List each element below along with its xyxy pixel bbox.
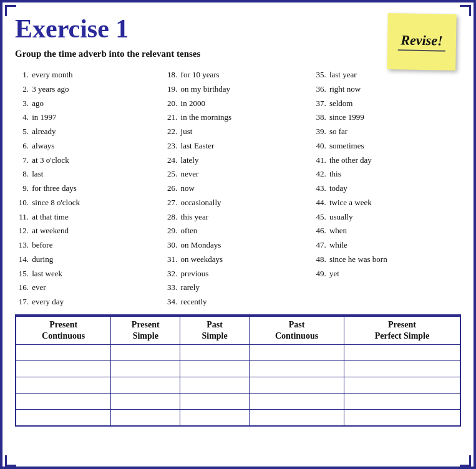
item-text: previous — [178, 267, 208, 281]
item-number: 6. — [15, 139, 29, 153]
item-text: last year — [328, 68, 357, 82]
item-number: 44. — [313, 196, 326, 210]
table-cell[interactable] — [250, 361, 344, 377]
item-text: twice a week — [328, 196, 372, 210]
item-number: 39. — [313, 125, 326, 139]
list-item: 49. yet — [313, 267, 461, 281]
table-cell[interactable] — [16, 345, 111, 361]
list-item: 27. occasionally — [163, 196, 312, 210]
table-cell[interactable] — [111, 410, 180, 426]
corner-br — [460, 455, 471, 467]
item-number: 10. — [15, 196, 29, 210]
table-cell[interactable] — [250, 377, 344, 394]
table-cell[interactable] — [180, 410, 250, 426]
table-cell[interactable] — [250, 345, 344, 361]
item-number: 45. — [313, 210, 326, 225]
table-cell[interactable] — [16, 410, 111, 426]
list-item: 14. during — [15, 253, 163, 267]
list-item: 33. rarely — [163, 281, 312, 295]
table-cell[interactable] — [344, 361, 460, 377]
item-text: this — [328, 167, 341, 181]
list-item: 39. so far — [313, 125, 461, 139]
list-item: 18. for 10 years — [163, 68, 312, 82]
item-text: just — [178, 125, 192, 139]
item-number: 3. — [15, 97, 29, 111]
item-number: 15. — [15, 267, 29, 281]
item-text: in the mornings — [178, 110, 231, 125]
item-number: 41. — [313, 153, 326, 168]
corner-tl — [5, 5, 16, 16]
item-number: 47. — [313, 238, 326, 253]
item-text: recently — [178, 295, 206, 309]
table-cell[interactable] — [180, 394, 250, 410]
list-item: 11. at that time — [15, 210, 163, 225]
page: Revise! Exercise 1 Group the time adverb… — [0, 0, 476, 469]
sticky-note: Revise! — [387, 13, 457, 70]
list-item: 24. lately — [163, 153, 312, 168]
item-number: 26. — [163, 181, 177, 196]
list-item: 6. always — [15, 139, 163, 153]
item-text: so far — [328, 125, 348, 139]
table-cell[interactable] — [250, 394, 344, 410]
item-text: last Easter — [178, 139, 214, 153]
list-item: 13. before — [15, 238, 163, 253]
item-text: often — [178, 224, 197, 238]
item-number: 46. — [313, 224, 326, 238]
item-number: 22. — [163, 125, 177, 139]
list-item: 22. just — [163, 125, 312, 139]
item-number: 38. — [313, 110, 326, 125]
table-wrapper: PresentContinuousPresentSimplePastSimple… — [15, 314, 461, 427]
table-cell[interactable] — [180, 361, 250, 377]
item-number: 13. — [15, 238, 29, 253]
item-number: 20. — [163, 97, 177, 111]
item-text: for 10 years — [178, 68, 219, 82]
corner-bl — [5, 455, 16, 467]
table-cell[interactable] — [250, 410, 344, 426]
item-number: 28. — [163, 210, 177, 225]
list-item: 12. at weekend — [15, 224, 163, 238]
list-item: 37. seldom — [313, 97, 461, 111]
table-cell[interactable] — [344, 345, 460, 361]
table-cell[interactable] — [16, 377, 111, 394]
item-number: 29. — [163, 224, 177, 238]
item-number: 25. — [163, 167, 177, 181]
list-item: 3. ago — [15, 97, 163, 111]
table-cell[interactable] — [111, 394, 180, 410]
list-item: 44. twice a week — [313, 196, 461, 210]
list-item: 38. since 1999 — [313, 110, 461, 125]
item-text: at 3 o'clock — [30, 153, 69, 168]
item-text: right now — [328, 82, 361, 97]
list-item: 30. on Mondays — [163, 238, 312, 253]
table-cell[interactable] — [111, 377, 180, 394]
item-text: since he was born — [328, 253, 387, 267]
table-cell[interactable] — [344, 410, 460, 426]
item-number: 30. — [163, 238, 177, 253]
item-number: 42. — [313, 167, 326, 181]
item-number: 18. — [163, 68, 177, 82]
table-cell[interactable] — [180, 345, 250, 361]
list-item: 29. often — [163, 224, 312, 238]
table-cell[interactable] — [111, 345, 180, 361]
item-number: 12. — [15, 224, 29, 238]
table-cell[interactable] — [344, 377, 460, 394]
item-text: usually — [328, 210, 353, 225]
list-col-2: 18. for 10 years19. on my birthday20. in… — [163, 68, 312, 309]
list-item: 42. this — [313, 167, 461, 181]
item-text: during — [30, 253, 53, 267]
item-number: 31. — [163, 253, 177, 267]
sticky-text: Revise! — [401, 32, 443, 49]
item-text: lately — [178, 153, 198, 168]
item-text: sometimes — [328, 139, 364, 153]
item-number: 27. — [163, 196, 177, 210]
item-number: 1. — [15, 68, 29, 82]
table-cell[interactable] — [180, 377, 250, 394]
list-item: 10. since 8 o'clock — [15, 196, 163, 210]
item-number: 11. — [15, 210, 29, 225]
table-cell[interactable] — [111, 361, 180, 377]
list-item: 23. last Easter — [163, 139, 312, 153]
list-item: 32. previous — [163, 267, 312, 281]
table-cell[interactable] — [344, 394, 460, 410]
table-cell[interactable] — [16, 361, 111, 377]
item-number: 49. — [313, 267, 326, 281]
table-cell[interactable] — [16, 394, 111, 410]
